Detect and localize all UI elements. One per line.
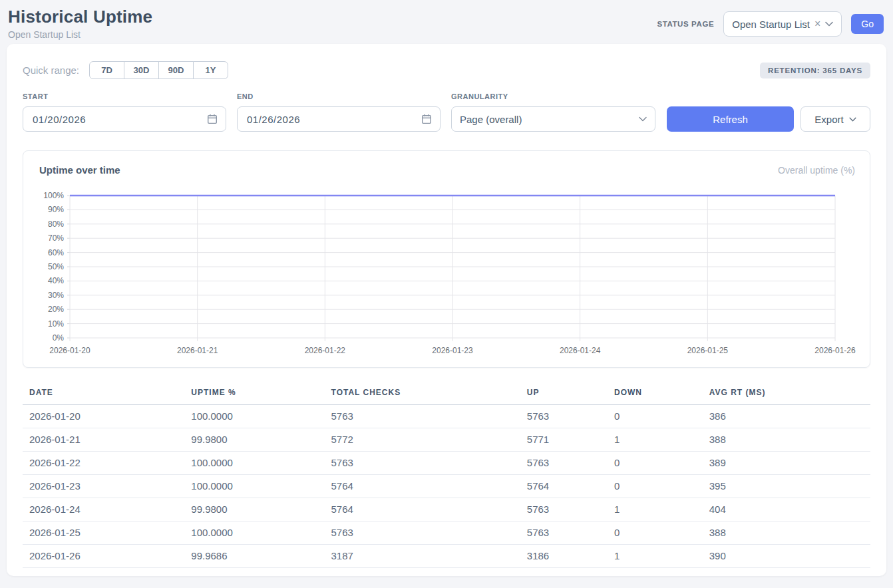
table-cell: 99.9800 (184, 428, 324, 452)
clear-selection-icon[interactable]: × (814, 19, 820, 29)
page-header: Historical Uptime Open Startup List STAT… (0, 0, 893, 44)
svg-text:50%: 50% (48, 262, 64, 271)
svg-text:2026-01-21: 2026-01-21 (177, 346, 218, 355)
column-header: TOTAL CHECKS (325, 384, 520, 405)
table-cell: 2026-01-26 (23, 545, 184, 568)
quick-range-label: Quick range: (23, 65, 79, 76)
page-title: Historical Uptime (8, 7, 152, 27)
svg-text:10%: 10% (48, 319, 64, 329)
table-cell: 386 (703, 405, 870, 428)
table-row: 2026-01-2499.9800576457631404 (23, 498, 870, 521)
svg-text:90%: 90% (48, 205, 64, 214)
column-header: AVG RT (MS) (703, 384, 870, 405)
table-header-row: DATEUPTIME %TOTAL CHECKSUPDOWNAVG RT (MS… (23, 384, 870, 405)
quick-range-90d[interactable]: 90D (158, 61, 194, 79)
svg-text:2026-01-22: 2026-01-22 (305, 346, 346, 355)
end-date-field: END (237, 92, 441, 132)
table-cell: 2026-01-21 (23, 428, 184, 452)
quick-range-1y[interactable]: 1Y (193, 61, 228, 79)
svg-text:30%: 30% (48, 291, 64, 300)
table-cell: 5763 (520, 405, 608, 428)
export-label: Export (814, 114, 843, 125)
chevron-down-icon (639, 116, 647, 122)
column-header: UP (520, 384, 608, 405)
table-cell: 5763 (520, 452, 608, 475)
table-row: 2026-01-25100.0000576357630388 (23, 521, 870, 545)
table-cell: 388 (703, 521, 870, 545)
table-cell: 5763 (325, 521, 520, 545)
table-cell: 2026-01-25 (23, 521, 184, 545)
granularity-label: GRANULARITY (451, 92, 655, 100)
chevron-down-icon (825, 21, 833, 27)
granularity-value: Page (overall) (460, 114, 522, 125)
quick-range-row: Quick range: 7D 30D 90D 1Y RETENTION: 36… (23, 61, 870, 79)
table-cell: 0 (608, 475, 703, 498)
column-header: DOWN (608, 384, 703, 405)
start-date-value[interactable] (31, 113, 207, 126)
table-cell: 389 (703, 452, 870, 475)
status-page-value: Open Startup List (732, 19, 810, 30)
table-cell: 100.0000 (184, 452, 324, 475)
export-button[interactable]: Export (801, 106, 870, 132)
table-cell: 390 (703, 545, 870, 568)
table-cell: 100.0000 (184, 521, 324, 545)
svg-text:2026-01-20: 2026-01-20 (49, 346, 90, 355)
filter-controls-row: START END GRANULARITY Page (overall) (23, 92, 870, 132)
table-cell: 1 (608, 428, 703, 452)
end-date-label: END (237, 92, 441, 100)
granularity-select[interactable]: Page (overall) (451, 106, 655, 132)
main-panel: Quick range: 7D 30D 90D 1Y RETENTION: 36… (7, 44, 886, 576)
chart-title: Uptime over time (39, 164, 120, 176)
refresh-button[interactable]: Refresh (667, 106, 794, 132)
table-cell: 0 (608, 405, 703, 428)
table-cell: 100.0000 (184, 475, 324, 498)
table-cell: 5763 (520, 521, 608, 545)
table-cell: 388 (703, 428, 870, 452)
table-cell: 1 (608, 545, 703, 568)
svg-text:2026-01-23: 2026-01-23 (432, 346, 473, 355)
status-page-picker: STATUS PAGE Open Startup List × Go (657, 11, 884, 37)
svg-text:2026-01-26: 2026-01-26 (814, 346, 856, 355)
calendar-icon[interactable] (421, 114, 432, 124)
table-row: 2026-01-2699.9686318731861390 (23, 545, 870, 568)
table-cell: 3187 (325, 545, 520, 568)
table-cell: 0 (608, 521, 703, 545)
table-cell: 1 (608, 498, 703, 521)
quick-range-30d[interactable]: 30D (124, 61, 159, 79)
end-date-input[interactable] (237, 106, 441, 132)
table-cell: 5763 (520, 498, 608, 521)
svg-text:100%: 100% (43, 191, 64, 200)
table-cell: 5763 (325, 452, 520, 475)
quick-range-7d[interactable]: 7D (89, 61, 124, 79)
start-date-label: START (23, 92, 226, 100)
chart-legend: Overall uptime (%) (778, 165, 855, 176)
column-header: UPTIME % (184, 384, 324, 405)
table-row: 2026-01-2199.9800577257711388 (23, 428, 870, 452)
granularity-field: GRANULARITY Page (overall) (451, 92, 655, 132)
table-cell: 99.9686 (184, 545, 324, 568)
svg-text:60%: 60% (48, 248, 64, 257)
uptime-table: DATEUPTIME %TOTAL CHECKSUPDOWNAVG RT (MS… (23, 384, 870, 568)
svg-text:0%: 0% (53, 333, 65, 343)
svg-text:40%: 40% (48, 276, 64, 285)
status-page-select[interactable]: Open Startup List × (723, 11, 842, 37)
uptime-line-chart: 0%10%20%30%40%50%60%70%80%90%100%2026-01… (31, 186, 863, 361)
table-cell: 5763 (325, 405, 520, 428)
table-cell: 5772 (325, 428, 520, 452)
svg-text:2026-01-25: 2026-01-25 (687, 346, 729, 355)
end-date-value[interactable] (246, 113, 421, 126)
table-cell: 2026-01-20 (23, 405, 184, 428)
svg-text:20%: 20% (48, 305, 64, 314)
calendar-icon[interactable] (207, 114, 218, 124)
table-row: 2026-01-22100.0000576357630389 (23, 452, 870, 475)
start-date-input[interactable] (23, 106, 226, 132)
svg-text:80%: 80% (48, 220, 64, 229)
start-date-field: START (23, 92, 226, 132)
quick-range-group: 7D 30D 90D 1Y (89, 61, 228, 79)
go-button[interactable]: Go (851, 14, 884, 34)
table-cell: 2026-01-24 (23, 498, 184, 521)
table-cell: 99.9800 (184, 498, 324, 521)
table-cell: 3186 (520, 545, 608, 568)
chevron-down-icon (849, 117, 856, 122)
chart-panel: Uptime over time Overall uptime (%) 0%10… (23, 150, 870, 368)
